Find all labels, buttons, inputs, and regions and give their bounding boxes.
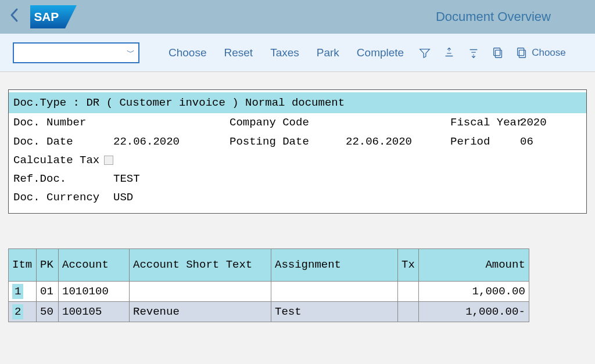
cell-account: 1010100 (59, 281, 130, 301)
taxes-button[interactable]: Taxes (267, 44, 303, 62)
cell-account: 100105 (59, 301, 130, 322)
cell-itm: 1 (9, 281, 37, 301)
choose-detail-button[interactable]: Choose (515, 46, 566, 59)
ref-doc-value: TEST (113, 170, 230, 188)
cell-amount: 1,000.00 (418, 281, 529, 301)
layout-combo[interactable]: ﹀ (13, 42, 139, 63)
company-code-label: Company Code (230, 113, 346, 132)
svg-text:SAP: SAP (34, 10, 59, 23)
toolbar: ﹀ Choose Reset Taxes Park Complete Choos… (0, 34, 595, 72)
sap-logo: SAP (30, 5, 77, 28)
period-label: Period (450, 132, 520, 151)
cell-pk: 01 (37, 281, 59, 301)
col-pk[interactable]: PK (37, 248, 59, 281)
col-account[interactable]: Account (59, 248, 130, 281)
filter-icon[interactable] (418, 46, 432, 60)
line-items-table: Itm PK Account Account Short Text Assign… (8, 248, 529, 322)
table-row[interactable]: 2 50 100105 Revenue Test 1,000.00- (9, 301, 529, 322)
cell-tx (398, 281, 419, 301)
chevron-down-icon: ﹀ (127, 48, 135, 58)
doc-number-label: Doc. Number (13, 113, 113, 132)
cell-assignment (271, 281, 398, 301)
table-header-row: Itm PK Account Account Short Text Assign… (9, 248, 529, 281)
table-row[interactable]: 1 01 1010100 1,000.00 (9, 281, 529, 301)
doc-date-value: 22.06.2020 (113, 132, 230, 151)
svg-rect-3 (494, 48, 500, 55)
doc-currency-value: USD (113, 188, 230, 207)
titlebar: SAP Document Overview (0, 0, 595, 34)
doc-date-label: Doc. Date (13, 132, 113, 151)
period-value: 06 (520, 132, 572, 151)
reset-button[interactable]: Reset (221, 44, 257, 62)
sort-asc-icon[interactable] (442, 46, 456, 60)
doc-type-line: Doc.Type : DR ( Customer invoice ) Norma… (9, 92, 586, 113)
posting-date-value: 22.06.2020 (346, 132, 450, 151)
cell-short (130, 281, 271, 301)
calc-tax-checkbox[interactable] (104, 156, 113, 165)
ref-doc-label: Ref.Doc. (13, 170, 113, 188)
back-button[interactable] (9, 8, 20, 27)
page-title: Document Overview (436, 9, 551, 24)
cell-assignment: Test (271, 301, 398, 322)
col-amount[interactable]: Amount (418, 248, 529, 281)
choose-button[interactable]: Choose (165, 44, 210, 62)
col-tx[interactable]: Tx (398, 248, 419, 281)
park-button[interactable]: Park (313, 44, 343, 62)
choose-detail-label: Choose (532, 47, 566, 59)
fiscal-year-value: 2020 (520, 113, 572, 132)
doc-currency-label: Doc. Currency (13, 188, 113, 207)
cell-short: Revenue (130, 301, 271, 322)
cell-amount: 1,000.00- (418, 301, 529, 322)
cell-pk: 50 (37, 301, 59, 322)
svg-rect-4 (519, 50, 526, 57)
document-header-box: Doc.Type : DR ( Customer invoice ) Norma… (8, 89, 587, 214)
posting-date-label: Posting Date (230, 132, 346, 151)
col-assignment[interactable]: Assignment (271, 248, 398, 281)
col-account-short[interactable]: Account Short Text (130, 248, 271, 281)
complete-button[interactable]: Complete (353, 44, 407, 62)
svg-rect-2 (496, 50, 502, 57)
sort-desc-icon[interactable] (467, 46, 481, 60)
calc-tax-label: Calculate Tax (13, 151, 99, 170)
fiscal-year-label: Fiscal Year (450, 113, 520, 132)
copy-icon[interactable] (491, 46, 505, 60)
svg-rect-5 (518, 48, 524, 55)
cell-tx (398, 301, 419, 322)
cell-itm: 2 (9, 301, 37, 322)
col-itm[interactable]: Itm (9, 248, 37, 281)
